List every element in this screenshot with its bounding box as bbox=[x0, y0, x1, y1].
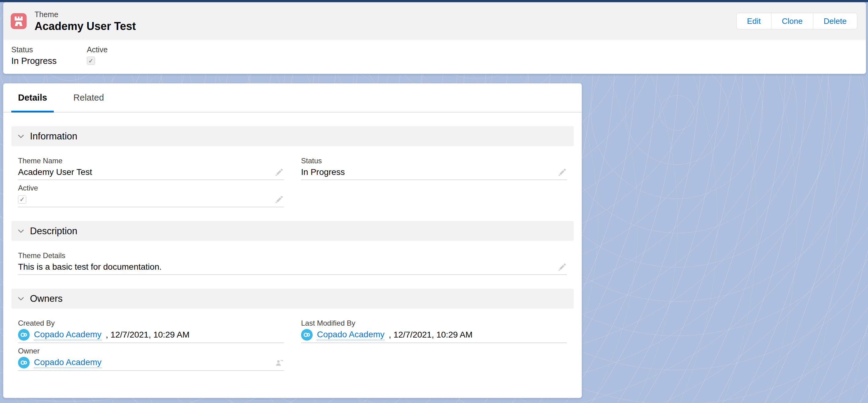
highlight-status-value: In Progress bbox=[11, 56, 87, 66]
edit-pencil-icon[interactable] bbox=[275, 195, 284, 204]
avatar bbox=[18, 357, 30, 369]
edit-pencil-icon[interactable] bbox=[275, 168, 284, 177]
owner-user-link[interactable]: Copado Academy bbox=[34, 357, 101, 368]
record-tabs: Details Related bbox=[3, 84, 582, 113]
section-title: Owners bbox=[30, 293, 63, 304]
record-header-top: Theme Academy User Test Edit Clone Delet… bbox=[3, 2, 866, 40]
field-label: Owner bbox=[18, 346, 284, 355]
edit-button[interactable]: Edit bbox=[736, 13, 771, 29]
chevron-down-icon bbox=[17, 227, 25, 235]
tab-details[interactable]: Details bbox=[11, 84, 54, 112]
checkmark-icon: ✓ bbox=[88, 57, 94, 64]
record-detail-card: Details Related Information Theme Name A… bbox=[3, 83, 582, 398]
field-owner: Owner Copado Academy bbox=[18, 343, 284, 371]
section-header-owners[interactable]: Owners bbox=[11, 289, 574, 309]
copado-logo-icon bbox=[19, 358, 28, 367]
field-status: Status In Progress bbox=[301, 146, 567, 180]
page-title: Academy User Test bbox=[34, 20, 136, 33]
owners-fields: Created By Copado Academy , 12/7/2021, 1… bbox=[11, 309, 574, 371]
section-title: Description bbox=[30, 226, 77, 237]
field-label: Created By bbox=[18, 319, 284, 328]
record-header-card: Theme Academy User Test Edit Clone Delet… bbox=[3, 2, 866, 74]
copado-logo-icon bbox=[19, 330, 28, 339]
record-actions: Edit Clone Delete bbox=[736, 13, 857, 29]
tab-related[interactable]: Related bbox=[67, 84, 111, 112]
user-value: Copado Academy , 12/7/2021, 10:29 AM bbox=[18, 329, 189, 341]
section-header-description[interactable]: Description bbox=[11, 221, 574, 241]
checkmark-icon: ✓ bbox=[20, 196, 25, 203]
field-label: Active bbox=[18, 183, 284, 193]
chevron-down-icon bbox=[17, 132, 25, 140]
field-label: Theme Details bbox=[18, 251, 567, 260]
clone-button[interactable]: Clone bbox=[771, 13, 813, 29]
field-last-modified-by: Last Modified By Copado Academy , 12/7/2… bbox=[301, 309, 567, 343]
active-checkbox-readonly: ✓ bbox=[18, 195, 26, 204]
active-checkbox-readonly: ✓ bbox=[87, 57, 95, 65]
section-title: Information bbox=[30, 131, 77, 142]
copado-logo-icon bbox=[302, 330, 311, 339]
avatar bbox=[18, 329, 30, 341]
avatar bbox=[301, 329, 313, 341]
theme-object-icon bbox=[11, 13, 27, 29]
edit-pencil-icon[interactable] bbox=[558, 262, 567, 271]
field-value: Academy User Test bbox=[18, 167, 92, 177]
highlight-status-label: Status bbox=[11, 45, 87, 54]
field-theme-details: Theme Details This is a basic test for d… bbox=[18, 241, 567, 275]
field-label: Last Modified By bbox=[301, 319, 567, 328]
change-owner-icon[interactable] bbox=[275, 358, 284, 367]
field-label: Status bbox=[301, 156, 567, 166]
section-header-information[interactable]: Information bbox=[11, 126, 574, 146]
field-active: Active ✓ bbox=[18, 180, 284, 207]
highlight-active: Active ✓ bbox=[87, 45, 107, 66]
entity-block: Theme Academy User Test bbox=[11, 10, 136, 33]
details-panel: Information Theme Name Academy User Test… bbox=[3, 126, 582, 383]
field-value: This is a basic test for documentation. bbox=[18, 262, 162, 272]
last-modified-by-datetime: , 12/7/2021, 10:29 AM bbox=[389, 330, 472, 340]
entity-text: Theme Academy User Test bbox=[34, 10, 136, 33]
user-value: Copado Academy , 12/7/2021, 10:29 AM bbox=[301, 329, 472, 341]
field-created-by: Created By Copado Academy , 12/7/2021, 1… bbox=[18, 309, 284, 343]
highlight-status: Status In Progress bbox=[11, 45, 87, 66]
field-theme-name: Theme Name Academy User Test bbox=[18, 146, 284, 180]
user-value: Copado Academy bbox=[18, 357, 101, 369]
edit-pencil-icon[interactable] bbox=[558, 168, 567, 177]
delete-button[interactable]: Delete bbox=[813, 13, 857, 29]
field-value: In Progress bbox=[301, 167, 345, 177]
highlights-panel: Status In Progress Active ✓ bbox=[3, 40, 866, 66]
field-label: Theme Name bbox=[18, 156, 284, 166]
last-modified-by-user-link[interactable]: Copado Academy bbox=[317, 329, 384, 340]
castle-icon bbox=[11, 13, 27, 29]
description-fields: Theme Details This is a basic test for d… bbox=[11, 241, 574, 275]
chevron-down-icon bbox=[17, 294, 25, 303]
top-border-strip bbox=[0, 0, 868, 2]
highlight-active-label: Active bbox=[87, 45, 107, 54]
tab-details-label: Details bbox=[18, 93, 47, 103]
tab-related-label: Related bbox=[73, 93, 104, 103]
information-fields: Theme Name Academy User Test Status In P… bbox=[11, 146, 574, 207]
entity-label: Theme bbox=[34, 10, 136, 19]
created-by-user-link[interactable]: Copado Academy bbox=[34, 329, 101, 340]
created-by-datetime: , 12/7/2021, 10:29 AM bbox=[106, 330, 189, 340]
